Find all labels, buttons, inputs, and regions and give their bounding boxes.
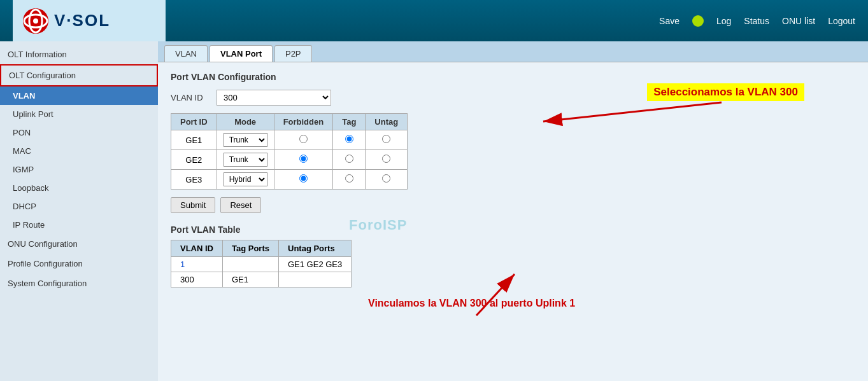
forbidden-radio-ge1[interactable] xyxy=(299,135,308,143)
port-ge1: GE1 xyxy=(171,130,217,150)
table-row: GE2 TrunkAccessHybrid xyxy=(171,150,408,170)
tag-ports-cell-300: GE1 xyxy=(223,272,279,287)
button-row: Submit Reset xyxy=(171,197,855,213)
forbidden-radio-ge3[interactable] xyxy=(299,174,308,183)
untag-radio-ge2[interactable] xyxy=(382,155,390,163)
annotation-arrow-1 xyxy=(537,93,728,131)
sidebar-item-uplink-port[interactable]: Uplink Port xyxy=(0,105,158,123)
forbidden-radio-ge2[interactable] xyxy=(299,155,308,163)
onu-list-link[interactable]: ONU list xyxy=(782,16,815,26)
port-vlan-table-title: Port VLAN Table xyxy=(171,225,855,235)
sidebar-item-ip-route[interactable]: IP Route xyxy=(0,216,158,234)
tab-bar: VLAN VLAN Port P2P xyxy=(158,41,868,62)
annotation-arrow-2 xyxy=(438,271,566,322)
col-mode: Mode xyxy=(217,114,274,130)
port-ge3: GE3 xyxy=(171,170,217,190)
sidebar-olt-config[interactable]: OLT Configuration xyxy=(0,64,158,87)
table-row: 300 GE1 xyxy=(171,272,352,287)
tag-radio-ge2[interactable] xyxy=(345,155,353,163)
tag-radio-ge1[interactable] xyxy=(345,135,353,143)
table-row: GE1 TrunkAccessHybrid xyxy=(171,130,408,150)
tab-vlan[interactable]: VLAN xyxy=(164,45,208,62)
sidebar-item-vlan[interactable]: VLAN xyxy=(0,87,158,105)
svg-point-3 xyxy=(33,18,38,24)
mode-ge3[interactable]: HybridTrunkAccess xyxy=(217,170,274,190)
reset-button[interactable]: Reset xyxy=(220,197,261,213)
col-vlan-id: VLAN ID xyxy=(171,240,223,257)
col-tag: Tag xyxy=(333,114,366,130)
content-area: Port VLAN Configuration VLAN ID 300 1 Po… xyxy=(158,62,868,354)
col-port-id: Port ID xyxy=(171,114,217,130)
sidebar-item-dhcp[interactable]: DHCP xyxy=(0,197,158,216)
svg-line-7 xyxy=(476,274,515,315)
sidebar-item-pon[interactable]: PON xyxy=(0,123,158,142)
mode-ge1[interactable]: TrunkAccessHybrid xyxy=(217,130,274,150)
mode-ge2[interactable]: TrunkAccessHybrid xyxy=(217,150,274,170)
table-row: GE3 HybridTrunkAccess xyxy=(171,170,408,190)
port-vlan-data-table: VLAN ID Tag Ports Untag Ports 1 GE1 GE2 … xyxy=(171,240,352,287)
untag-ge1[interactable] xyxy=(366,130,408,150)
sidebar: OLT Information OLT Configuration VLAN U… xyxy=(0,41,158,381)
untag-radio-ge1[interactable] xyxy=(382,135,390,143)
vlan-id-cell-300: 300 xyxy=(171,272,223,287)
forbidden-ge2[interactable] xyxy=(274,150,333,170)
vlan-id-select[interactable]: 300 1 xyxy=(217,90,331,106)
vlan-id-cell-1[interactable]: 1 xyxy=(171,257,223,272)
col-tag-ports: Tag Ports xyxy=(223,240,279,257)
sidebar-item-loopback[interactable]: Loopback xyxy=(0,179,158,197)
mode-select-ge3[interactable]: HybridTrunkAccess xyxy=(224,172,267,186)
untag-ge2[interactable] xyxy=(366,150,408,170)
sidebar-item-mac[interactable]: MAC xyxy=(0,142,158,160)
untag-radio-ge3[interactable] xyxy=(382,174,390,183)
sidebar-item-igmp[interactable]: IGMP xyxy=(0,160,158,179)
untag-ports-cell-300 xyxy=(279,272,352,287)
main-content: VLAN VLAN Port P2P Port VLAN Configurati… xyxy=(158,41,868,381)
layout: OLT Information OLT Configuration VLAN U… xyxy=(0,41,868,381)
status-link[interactable]: Status xyxy=(744,16,769,26)
tab-vlan-port[interactable]: VLAN Port xyxy=(210,45,273,62)
sidebar-profile-config[interactable]: Profile Configuration xyxy=(0,254,158,274)
foro-watermark: ForoISP xyxy=(349,217,407,233)
untag-ge3[interactable] xyxy=(366,170,408,190)
tag-ports-cell-1 xyxy=(223,257,279,272)
port-ge2: GE2 xyxy=(171,150,217,170)
submit-button[interactable]: Submit xyxy=(171,197,215,213)
vlan-id-label: VLAN ID xyxy=(171,93,209,102)
mode-select-ge2[interactable]: TrunkAccessHybrid xyxy=(224,153,267,167)
vsol-logo-icon xyxy=(22,8,49,34)
sidebar-system-config[interactable]: System Configuration xyxy=(0,274,158,293)
forbidden-ge1[interactable] xyxy=(274,130,333,150)
header: V·SOL Save Log Status ONU list Logout xyxy=(0,0,868,41)
header-right: Save Log Status ONU list Logout xyxy=(166,15,855,27)
log-link[interactable]: Log xyxy=(716,16,731,26)
status-indicator xyxy=(692,15,704,27)
table-row: 1 GE1 GE2 GE3 xyxy=(171,257,352,272)
col-untag: Untag xyxy=(366,114,408,130)
sidebar-onu-config[interactable]: ONU Configuration xyxy=(0,234,158,254)
tag-ge1[interactable] xyxy=(333,130,366,150)
logo-area: V·SOL xyxy=(13,0,166,41)
save-button[interactable]: Save xyxy=(659,16,679,26)
forbidden-ge3[interactable] xyxy=(274,170,333,190)
port-vlan-config-title: Port VLAN Configuration xyxy=(171,72,855,82)
tab-p2p[interactable]: P2P xyxy=(274,45,312,62)
untag-ports-cell-1: GE1 GE2 GE3 xyxy=(279,257,352,272)
col-untag-ports: Untag Ports xyxy=(279,240,352,257)
port-config-table: Port ID Mode Forbidden Tag Untag GE1 xyxy=(171,113,408,190)
tag-radio-ge3[interactable] xyxy=(345,174,353,183)
logout-link[interactable]: Logout xyxy=(828,16,855,26)
vlan-id-link-1[interactable]: 1 xyxy=(180,260,185,269)
logo-text: V·SOL xyxy=(54,11,110,31)
mode-select-ge1[interactable]: TrunkAccessHybrid xyxy=(224,133,267,147)
col-forbidden: Forbidden xyxy=(274,114,333,130)
svg-line-5 xyxy=(543,102,722,121)
sidebar-olt-info[interactable]: OLT Information xyxy=(0,45,158,64)
tag-ge2[interactable] xyxy=(333,150,366,170)
tag-ge3[interactable] xyxy=(333,170,366,190)
